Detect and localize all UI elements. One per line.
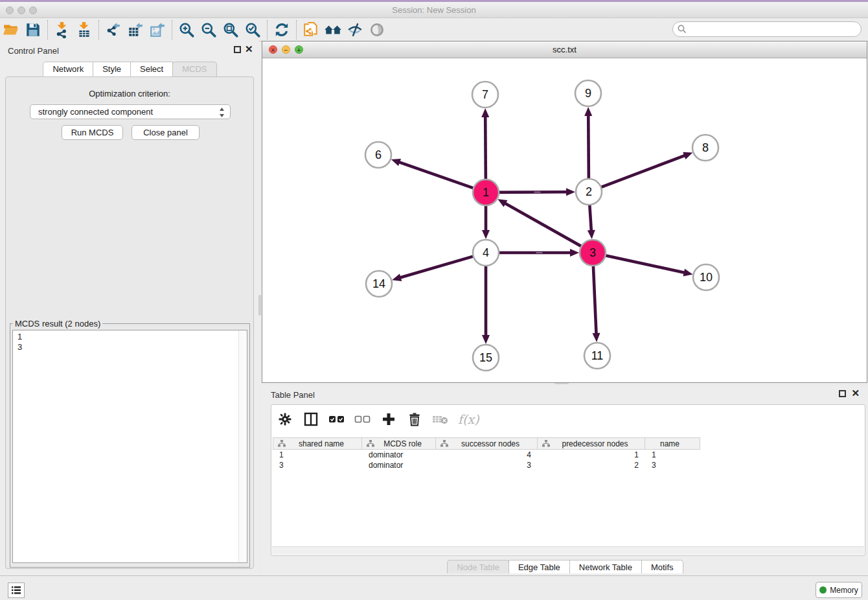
zoom-fit-icon[interactable] [220,20,242,40]
close-panel-button[interactable]: Close panel [131,125,200,140]
deselect-all-icon[interactable] [354,411,371,428]
export-table-icon[interactable] [124,20,146,40]
node-table-container: f(x) shared name MCDS role successor nod… [271,404,865,556]
add-column-icon[interactable] [380,411,397,428]
refresh-icon[interactable] [271,20,293,40]
task-history-button[interactable] [8,583,25,598]
graph-edge-2-8[interactable] [597,156,685,189]
show-eye-icon[interactable] [366,20,388,40]
tab-mcds[interactable]: MCDS [172,62,216,76]
hierarchy-icon [440,439,449,448]
graph-node-label: 11 [591,349,604,362]
delete-column-trash-icon[interactable] [406,411,423,428]
cell-successor-nodes[interactable]: 3 [436,460,538,470]
graph-edge-arrowhead [391,159,401,166]
memory-button[interactable]: Memory [816,582,862,598]
cell-name[interactable]: 1 [645,450,700,460]
select-all-icon[interactable] [328,411,345,428]
cell-mcds-role[interactable]: dominator [362,450,436,460]
table-header-row: shared name MCDS role successor nodes pr… [273,437,700,450]
mcds-panel: Optimization criterion: strongly connect… [5,76,254,569]
table-panel: Table Panel ✕ [262,386,868,575]
search-input[interactable] [687,23,861,35]
graph-edge-4-14[interactable] [400,255,477,278]
graph-edge-3-11[interactable] [593,262,597,334]
zoom-in-icon[interactable] [176,20,198,40]
search-field [672,21,862,37]
optimization-criterion-value: strongly connected component [38,107,153,117]
select-chevrons-icon [219,107,225,118]
cell-name[interactable]: 3 [645,460,700,470]
optimization-criterion-select[interactable]: strongly connected component [30,104,231,119]
tab-node-table[interactable]: Node Table [447,560,509,573]
tab-motifs[interactable]: Motifs [641,560,683,573]
cell-predecessor-nodes[interactable]: 1 [538,450,645,460]
table-row[interactable]: 3 dominator 3 2 3 [273,460,700,470]
graph-edge-1-6[interactable] [398,162,477,189]
column-header-predecessor-nodes[interactable]: predecessor nodes [538,437,645,450]
zoom-out-icon[interactable] [198,20,220,40]
cell-mcds-role[interactable]: dominator [362,460,436,470]
open-folder-icon[interactable] [0,20,22,40]
mcds-result-textarea[interactable]: 1 3 [12,330,247,563]
graph-edge-arrowhead [683,152,692,159]
clone-network-icon[interactable] [300,20,322,40]
graph-edge-arrowhead [570,249,579,257]
graph-edge-arrowhead [592,333,600,342]
graph-edge-3-1[interactable] [505,203,585,248]
list-icon [11,586,21,595]
export-network-icon[interactable] [102,20,124,40]
graph-edge-2-9[interactable] [588,115,589,183]
column-header-name[interactable]: name [645,437,700,450]
import-network-icon[interactable] [51,20,73,40]
graph-edge-3-10[interactable] [602,255,685,273]
cell-shared-name[interactable]: 1 [273,450,362,460]
import-table-icon[interactable] [73,20,95,40]
column-header-mcds-role[interactable]: MCDS role [362,437,436,450]
tab-network-table[interactable]: Network Table [569,560,642,573]
cell-successor-nodes[interactable]: 4 [436,450,538,460]
hide-eye-icon[interactable] [344,20,366,40]
graph-node-label: 1 [483,186,489,199]
float-table-panel-icon[interactable] [839,390,846,397]
table-horizontal-scrollbar[interactable] [272,546,864,555]
table-tabs: Node Table Edge Table Network Table Moti… [262,560,868,573]
memory-status-dot-icon [819,586,827,594]
graph-node-label: 6 [375,148,382,161]
cell-predecessor-nodes[interactable]: 2 [538,460,645,470]
vertical-splitter-handle[interactable] [258,295,261,316]
search-icon [677,24,687,34]
graph-node-label: 4 [483,246,489,259]
network-canvas[interactable]: 7968124314101511 [262,58,867,382]
tab-style[interactable]: Style [93,62,131,76]
delete-table-icon [432,411,449,428]
graph-edge-arrowhead [482,335,490,344]
tab-select[interactable]: Select [130,62,173,76]
tab-edge-table[interactable]: Edge Table [508,560,570,573]
result-scrollbar[interactable] [238,330,247,562]
column-header-successor-nodes[interactable]: successor nodes [436,437,538,450]
column-header-shared-name[interactable]: shared name [273,437,362,450]
cell-shared-name[interactable]: 3 [273,460,362,470]
tab-network[interactable]: Network [43,62,93,76]
toolbar-separator [296,20,297,40]
run-mcds-button[interactable]: Run MCDS [62,125,123,140]
table-toolbar: f(x) [277,409,479,430]
graph-edge-1-2[interactable] [495,192,567,192]
close-table-panel-icon[interactable]: ✕ [851,388,860,398]
table-row[interactable]: 1 dominator 4 1 1 [273,450,700,460]
save-icon[interactable] [22,20,44,40]
toggle-column-icon[interactable] [303,411,319,428]
table-settings-gear-icon[interactable] [277,411,293,428]
hierarchy-icon [277,439,286,448]
control-panel-header: Control Panel ✕ [0,40,259,60]
mcds-result-line: 1 [17,332,247,342]
export-image-icon[interactable] [146,20,168,40]
home-icon[interactable] [322,20,344,40]
graph-edge-1-7[interactable] [485,116,486,183]
toolbar-separator [172,20,172,40]
float-panel-icon[interactable] [234,46,241,53]
graph-edge-arrowhead [566,188,575,196]
close-panel-icon[interactable]: ✕ [245,44,253,54]
zoom-selected-icon[interactable] [242,20,264,40]
